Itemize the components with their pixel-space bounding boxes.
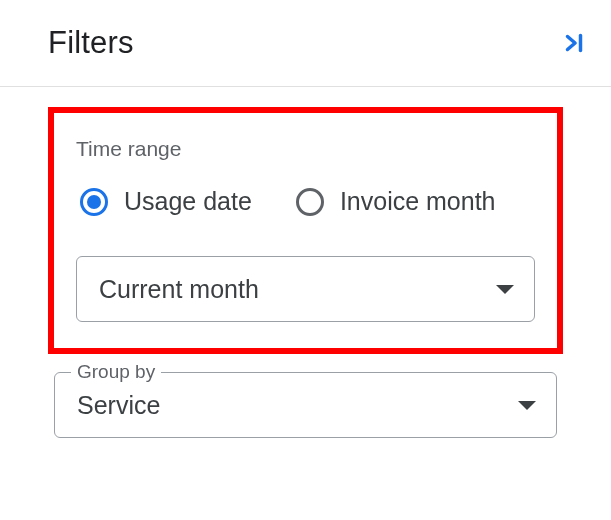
- collapse-panel-icon[interactable]: [561, 30, 591, 56]
- time-range-highlight: Time range Usage date Invoice month Curr…: [48, 107, 563, 354]
- filters-content: Time range Usage date Invoice month Curr…: [0, 87, 611, 438]
- group-by-section: Group by Service: [48, 372, 563, 438]
- chevron-down-icon: [518, 401, 536, 410]
- time-range-dropdown[interactable]: Current month: [76, 256, 535, 322]
- radio-option-invoice-month[interactable]: Invoice month: [296, 187, 496, 216]
- chevron-down-icon: [496, 285, 514, 294]
- group-by-floating-label: Group by: [71, 361, 161, 383]
- time-range-dropdown-value: Current month: [99, 275, 259, 304]
- filters-header: Filters: [0, 0, 611, 87]
- group-by-dropdown[interactable]: Group by Service: [54, 372, 557, 438]
- time-range-label: Time range: [76, 137, 535, 161]
- group-by-dropdown-value: Service: [77, 391, 160, 420]
- time-range-radio-group: Usage date Invoice month: [76, 187, 535, 216]
- radio-label-usage-date: Usage date: [124, 187, 252, 216]
- filters-title: Filters: [48, 25, 134, 61]
- radio-option-usage-date[interactable]: Usage date: [80, 187, 252, 216]
- radio-icon: [296, 188, 324, 216]
- radio-label-invoice-month: Invoice month: [340, 187, 496, 216]
- radio-icon: [80, 188, 108, 216]
